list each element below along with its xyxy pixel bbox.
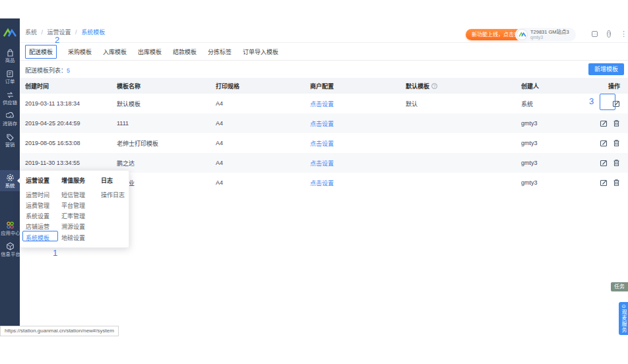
tab-sorting-label[interactable]: 分拣标签 <box>208 47 232 56</box>
col-create-time: 创建时间 <box>25 78 49 94</box>
annotation-step-2: 2 <box>55 35 59 45</box>
sidebar-item-goods[interactable]: 商品 <box>0 47 20 63</box>
sidebar-item-inventory[interactable]: 进销存 <box>0 111 20 127</box>
hexagon-icon <box>0 241 20 251</box>
new-template-button[interactable]: 新增模板 <box>588 63 624 75</box>
col-default-template: 默认模板? <box>406 78 437 94</box>
account-subname: qmty3 <box>530 35 569 40</box>
breadcrumb-system[interactable]: 系统 <box>25 29 37 36</box>
menu-item-exchange-rate[interactable]: 汇率管理 <box>61 212 85 220</box>
delete-icon[interactable] <box>613 119 620 127</box>
menu-item-store-operation[interactable]: 店铺运营 <box>26 222 49 231</box>
cell-create-time: 2019-08-05 16:53:08 <box>25 133 80 153</box>
inventory-icon <box>0 111 20 120</box>
annotation-step-1: 1 <box>53 248 57 258</box>
sidebar-item-orders[interactable]: 订单 <box>0 69 20 84</box>
apps-grid-icon <box>0 220 20 229</box>
gear-icon <box>0 173 20 182</box>
menu-item-operating-hours[interactable]: 运营时间 <box>26 191 49 199</box>
help-circle-icon[interactable]: ? <box>431 83 437 89</box>
more-kebab-icon[interactable]: ⋮ <box>620 30 627 37</box>
breadcrumb: 系统 / 运营设置 / 系统模板 <box>25 28 105 36</box>
list-count-label: 配送模板列表：5 <box>25 66 70 75</box>
annotation-box-menu-item <box>22 231 58 241</box>
help-icon[interactable]: ? <box>607 30 611 38</box>
sidebar-item-system[interactable]: 系统 <box>0 170 20 191</box>
merchant-config-link[interactable]: 点击设置 <box>310 173 334 193</box>
menu-item-traceability-settings[interactable]: 溯源设置 <box>61 222 85 231</box>
edit-template-icon[interactable] <box>600 139 608 147</box>
tab-outbound-template[interactable]: 出库模板 <box>138 47 162 56</box>
edit-template-icon[interactable] <box>600 119 608 127</box>
edit-template-icon[interactable] <box>600 159 608 167</box>
cell-print-spec: A4 <box>216 173 223 193</box>
guanmai-logo-icon <box>3 28 17 38</box>
tag-icon <box>0 132 20 141</box>
cell-creator: gmty3 <box>521 173 538 193</box>
cell-creator: gmty3 <box>521 113 538 133</box>
menu-item-operation-logs[interactable]: 操作日志 <box>101 191 125 199</box>
merchant-config-link[interactable]: 点击设置 <box>310 94 334 113</box>
template-tabs: 配送模板 采购模板 入库模板 出库模板 结款模板 分拣标签 订单导入模板 <box>20 43 628 61</box>
sidebar-item-supply-chain[interactable]: 供应链 <box>0 90 20 106</box>
sidebar-item-marketing[interactable]: 营销 <box>0 132 20 148</box>
operation-settings-menu: 运营设置 运营时间 运费管理 系统设置 店铺运营 系统模板 增值服务 短信管理 … <box>20 170 129 248</box>
delete-icon[interactable] <box>613 179 620 187</box>
menu-group-logs: 日志 <box>101 176 113 185</box>
col-actions: 操作 <box>608 78 620 94</box>
col-print-spec: 打印规格 <box>216 78 239 94</box>
tab-purchase-template[interactable]: 采购模板 <box>68 47 92 56</box>
col-template-name: 模板名称 <box>117 78 141 94</box>
status-bar-url: https://station.guanmai.cn/station/new#/… <box>0 326 119 336</box>
cell-template-name: 默认模板 <box>117 94 141 113</box>
cell-print-spec: A4 <box>216 113 223 133</box>
circle-icon: ⊙ <box>621 304 627 309</box>
merchant-config-link[interactable]: 点击设置 <box>310 133 334 153</box>
list-header: 配送模板列表：5 新增模板 <box>20 61 628 78</box>
col-creator: 创建人 <box>521 78 539 94</box>
tab-settlement-template[interactable]: 结款模板 <box>173 47 197 56</box>
tab-order-import-template[interactable]: 订单导入模板 <box>243 47 278 56</box>
cell-template-name: 1111 <box>117 113 129 133</box>
cell-default: 默认 <box>406 94 418 113</box>
sidebar-item-app-center[interactable]: 应用中心 <box>0 220 20 236</box>
menu-item-weighbridge-settings[interactable]: 地磅设置 <box>61 233 85 242</box>
delete-icon[interactable] <box>613 159 620 167</box>
tab-delivery-template[interactable]: 配送模板 <box>25 45 57 59</box>
menu-item-sms-management[interactable]: 短信管理 <box>61 191 85 199</box>
topbar: 系统 / 运营设置 / 系统模板 新功能上线，点击查看 T29831 GM站点3… <box>20 18 628 43</box>
annotation-step-3: 3 <box>589 96 594 106</box>
table-row: 2019-04-25 20:44:59 1111 A4 点击设置 gmty3 <box>20 113 628 133</box>
table-row: 2019-08-05 16:53:08 老绅士打印模板 A4 点击设置 gmty… <box>20 133 628 153</box>
avatar <box>517 29 528 40</box>
cell-creator: 系统 <box>521 94 533 113</box>
col-merchant-config: 商户配置 <box>310 78 334 94</box>
service-side-tab[interactable]: ⊙观麦服务 <box>619 302 628 335</box>
cell-template-name: 老绅士打印模板 <box>117 133 158 153</box>
account-menu[interactable]: T29831 GM站点3 qmty3 <box>515 28 576 42</box>
message-icon[interactable]: ⋯ <box>592 30 598 37</box>
merchant-config-link[interactable]: 点击设置 <box>310 113 334 133</box>
menu-item-system-settings[interactable]: 系统设置 <box>26 212 49 220</box>
cell-create-time: 2019-03-11 13:18:34 <box>25 94 80 113</box>
cell-print-spec: A4 <box>216 133 223 153</box>
menu-item-system-templates[interactable]: 系统模板 <box>26 233 49 242</box>
bag-icon <box>0 47 20 57</box>
list-count-value: 5 <box>67 67 70 74</box>
menu-item-freight-management[interactable]: 运费管理 <box>26 201 49 210</box>
task-badge[interactable]: 任务 <box>611 282 628 291</box>
merchant-config-link[interactable]: 点击设置 <box>310 153 334 173</box>
tab-inbound-template[interactable]: 入库模板 <box>103 47 127 56</box>
cell-print-spec: A4 <box>216 153 223 173</box>
delete-icon[interactable] <box>613 139 620 147</box>
table-row: 2019-03-11 13:18:34 默认模板 A4 点击设置 默认 系统 <box>20 94 628 113</box>
menu-group-operation-settings: 运营设置 <box>26 176 49 185</box>
edit-template-icon[interactable] <box>600 179 608 187</box>
sidebar: 商品 订单 供应链 进销存 营销 <box>0 18 20 332</box>
breadcrumb-system-templates[interactable]: 系统模板 <box>81 29 105 36</box>
cell-print-spec: A4 <box>216 94 223 113</box>
cell-create-time: 2019-04-25 20:44:59 <box>25 113 80 133</box>
table-header: 创建时间 模板名称 打印规格 商户配置 默认模板? 创建人 操作 <box>20 78 628 94</box>
sidebar-item-info-platform[interactable]: 信息平台 <box>0 241 20 257</box>
menu-item-platform-management[interactable]: 平台管理 <box>61 201 85 210</box>
